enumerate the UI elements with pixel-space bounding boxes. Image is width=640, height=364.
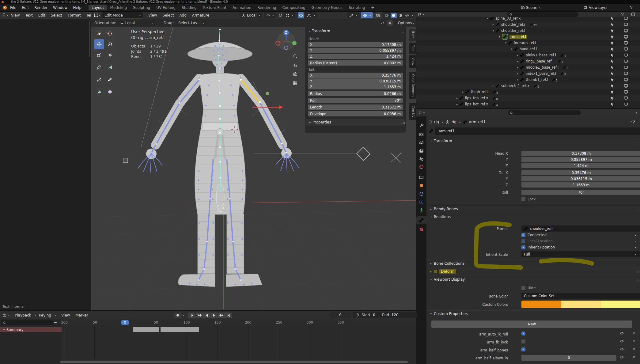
menu-help[interactable]: Help [70, 6, 84, 10]
inherit-rotation-row[interactable]: ✓ Inherit Rotation [521, 245, 555, 249]
workspace-add-button[interactable]: + [368, 5, 377, 10]
outliner-row[interactable]: ▸ ring1_base_ref.l 3 [416, 58, 640, 64]
tool-move[interactable] [94, 39, 104, 49]
selectable-icon[interactable] [610, 53, 614, 57]
disclosure-icon[interactable]: ▸ [516, 60, 520, 63]
breadcrumb-bone[interactable]: arm_ref.l [469, 120, 485, 124]
bone-name[interactable]: middle1_base_ref.l [526, 65, 559, 70]
channel-search-input[interactable] [1, 320, 54, 325]
inherit-scale-dropdown[interactable]: Full▾ [521, 251, 640, 257]
bone-name[interactable]: lips_bot_ref.x [465, 102, 488, 106]
gear-icon[interactable]: ⚙ [620, 355, 624, 359]
monitor-icon[interactable] [624, 35, 628, 39]
disclosure-icon[interactable]: ▸ [491, 23, 495, 26]
gear-icon[interactable]: ⚙ [620, 347, 624, 351]
vp-menu-add[interactable]: Add [177, 13, 189, 17]
section-viewport-display[interactable]: ▾Viewport Display [426, 276, 640, 283]
section-bendy-bones[interactable]: ▸Bendy Bones [426, 205, 640, 212]
tab-armature-data-icon[interactable] [419, 208, 424, 213]
roll-field[interactable]: Roll70° [308, 98, 403, 103]
camera-view-icon[interactable] [293, 72, 297, 76]
editor-type-timeline-icon[interactable] [2, 313, 7, 317]
custom-color-active-swatch[interactable] [601, 301, 640, 308]
timeline-ruler[interactable]: -100 -50 50 100 150 200 250 300 350 [61, 319, 416, 326]
delete-property-icon[interactable]: × [632, 331, 635, 336]
tail-z-field[interactable]: 1.1653 m [521, 182, 640, 188]
mirror-x-toggle[interactable]: X [387, 20, 393, 26]
tab-scene-icon[interactable] [419, 156, 424, 161]
selectable-icon[interactable] [610, 84, 614, 88]
bone-name[interactable]: index1_base_ref.l [526, 71, 556, 76]
current-frame-field[interactable]: 0 [330, 312, 351, 318]
delete-property-icon[interactable]: × [632, 355, 635, 359]
workspace-tab-sculpting[interactable]: Sculpting [130, 5, 153, 10]
vp-menu-view[interactable]: View [146, 13, 160, 17]
show-gizmo-dropdown[interactable]: ▾ [347, 12, 359, 18]
monitor-icon[interactable] [624, 102, 628, 106]
disclosure-icon[interactable]: ▸ [491, 84, 495, 87]
selectable-icon[interactable] [610, 72, 614, 76]
lock-row[interactable]: Lock [521, 197, 536, 201]
length-field[interactable]: Length0.31671 m [308, 104, 403, 110]
monitor-icon[interactable] [624, 22, 628, 27]
proportional-edit-icon[interactable] [298, 12, 304, 18]
selectable-icon[interactable] [610, 47, 614, 51]
stopwatch-icon[interactable] [355, 313, 359, 317]
summary-channel[interactable]: ▾ Summary [0, 327, 62, 332]
outliner-row[interactable]: ▸ subneck_1_ref.x 6 [416, 83, 640, 89]
outliner-row[interactable]: ▸ lips_top_ref.x 8 [416, 95, 640, 101]
delete-property-icon[interactable]: × [632, 347, 635, 351]
transform-orientation-dropdown[interactable]: Local▾ [240, 12, 262, 18]
tool-tweak-select[interactable] [94, 28, 104, 39]
tab-output-icon[interactable] [419, 140, 424, 145]
workspace-tab-texturepaint[interactable]: Texture Paint [200, 5, 229, 10]
outliner-row[interactable]: ▸ middle1_base_ref.l 3 [416, 64, 640, 70]
connected-checkbox[interactable]: ✓ [521, 233, 525, 237]
summary-keyframe-block[interactable] [133, 327, 159, 332]
scene-unlink-icon[interactable]: × [539, 6, 541, 9]
tab-item[interactable]: Item [409, 29, 416, 41]
outliner-filter-icon[interactable] [621, 12, 625, 16]
properties-header-chevron[interactable]: ▾ [636, 112, 637, 114]
envelope-field[interactable]: Envelope0.0936 m [308, 111, 403, 116]
monitor-icon[interactable] [624, 65, 628, 70]
shading-rendered-icon[interactable] [404, 13, 410, 18]
mode-dropdown[interactable]: Edit Mode▾ [102, 12, 143, 19]
disclosure-icon[interactable]: ▸ [516, 72, 520, 75]
tl-menu-keying[interactable]: Keying [36, 313, 54, 317]
section-transform[interactable]: ▾Transform [426, 137, 640, 144]
parent-field[interactable]: shoulder_ref.l × [521, 226, 640, 232]
tab-tool-icon[interactable] [419, 123, 424, 128]
tab-collection-icon[interactable] [419, 175, 424, 180]
shading-material-icon[interactable] [397, 13, 403, 18]
end-value[interactable]: 120 [392, 313, 399, 317]
monitor-icon[interactable] [624, 47, 628, 51]
blender-logo-icon[interactable] [2, 5, 7, 10]
head-x-field[interactable]: X0.17308 m [308, 42, 403, 47]
disclosure-icon[interactable]: ▾ [498, 35, 502, 38]
outliner-search-input[interactable] [507, 12, 578, 17]
editmode-armature-icon[interactable] [94, 13, 98, 17]
breadcrumb-armature[interactable]: rig [452, 120, 456, 124]
auto-keying-record-icon[interactable] [174, 313, 181, 318]
pin-icon[interactable] [631, 119, 635, 124]
tab-bone-active[interactable] [416, 216, 426, 224]
bone-name[interactable]: pinky1_base_ref.l [526, 53, 556, 57]
workspace-tab-modeling[interactable]: Modeling [107, 5, 130, 10]
custom-color-select-swatch[interactable] [561, 301, 601, 308]
tail-x-field[interactable]: X0.35476 m [308, 73, 403, 78]
workspace-tab-uvediting[interactable]: UV Editing [153, 5, 179, 10]
arm-half-elbow-in-field[interactable]: 0 [521, 355, 616, 361]
workspace-tab-animation[interactable]: Animation [229, 5, 254, 10]
selectable-icon[interactable] [610, 41, 614, 45]
outliner-row[interactable]: ▸ lips_bot_ref.x 4 [416, 101, 640, 107]
tab-constraints-icon[interactable] [419, 199, 424, 204]
timeline-hscrollbar[interactable] [60, 361, 408, 363]
monitor-icon[interactable] [624, 90, 628, 94]
disclosure-icon[interactable]: ▾ [509, 47, 514, 51]
disclosure-icon[interactable]: ▸ [461, 90, 465, 93]
arm-auto-ik-roll-checkbox[interactable]: ✓ [521, 332, 525, 336]
workspace-tab-scripting[interactable]: Scripting [346, 5, 368, 10]
tail-y-field[interactable]: 0.036115 m [521, 176, 640, 181]
texted-menu-edit[interactable]: Edit [36, 13, 48, 17]
